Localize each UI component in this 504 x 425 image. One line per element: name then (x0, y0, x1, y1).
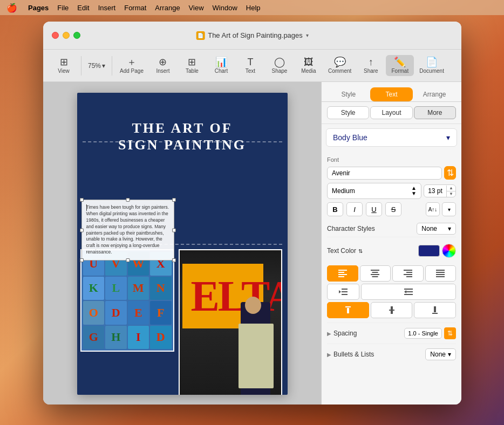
spacing-value: 1.0 - Single ⇅ (404, 327, 456, 339)
menu-help[interactable]: Help (246, 4, 261, 12)
resize-handle-tl[interactable] (80, 198, 84, 202)
tab-arrange[interactable]: Arrange (413, 87, 456, 101)
resize-handle-bm[interactable] (126, 258, 130, 262)
toolbar-insert[interactable]: ⊕ Insert (149, 55, 177, 76)
format-buttons-row: B I U S A↑↓ ▾ (327, 202, 456, 216)
svg-rect-24 (345, 306, 351, 307)
painter-head (245, 297, 261, 314)
menu-edit[interactable]: Edit (77, 4, 89, 12)
color-wheel-button[interactable] (442, 244, 456, 258)
bullets-dropdown[interactable]: None ▾ (425, 348, 456, 360)
toolbar-separator-1 (81, 56, 81, 76)
menu-arrange[interactable]: Arrange (155, 4, 180, 12)
align-left-button[interactable] (327, 265, 358, 282)
char-styles-value: None (421, 225, 437, 232)
char-styles-chevron-icon: ▾ (448, 225, 451, 232)
toolbar-shape[interactable]: ◯ Shape (265, 55, 294, 76)
size-decrease-button[interactable]: ▼ (447, 191, 455, 197)
subtab-more[interactable]: More (414, 106, 456, 119)
valign-middle-button[interactable] (371, 302, 413, 318)
zoom-control[interactable]: 75% ▾ (85, 60, 108, 72)
toolbar-add-page[interactable]: ＋ Add Page (115, 55, 148, 76)
view-icon: ⊞ (60, 57, 68, 67)
resize-handle-bl[interactable] (80, 258, 84, 262)
title-chevron-icon[interactable]: ▾ (306, 32, 309, 38)
spacing-row[interactable]: ▶ Spacing 1.0 - Single ⇅ (327, 323, 456, 344)
subtab-layout[interactable]: Layout (370, 106, 412, 119)
svg-rect-20 (404, 289, 413, 290)
valign-top-button[interactable] (327, 302, 369, 318)
font-selector[interactable]: Avenir (327, 167, 442, 180)
zoom-chevron-icon: ▾ (102, 62, 105, 70)
char-styles-dropdown[interactable]: None ▾ (417, 223, 456, 235)
style-dropdown-label: Body Blue (333, 133, 367, 142)
resize-handle-ml[interactable] (80, 228, 84, 232)
align-justify-button[interactable] (425, 265, 457, 282)
size-increase-button[interactable]: ▲ (447, 186, 455, 191)
document-label: Document (419, 68, 444, 74)
svg-marker-23 (404, 290, 406, 293)
italic-button[interactable]: I (346, 202, 363, 216)
dotted-line-top (83, 141, 282, 142)
font-size-row: Medium ▲▼ 13 pt ▲ ▼ (327, 183, 456, 199)
more-format-button[interactable]: ▾ (442, 202, 456, 216)
minimize-button[interactable] (63, 32, 70, 39)
bullets-row[interactable]: ▶ Bullets & Lists None ▾ (327, 344, 456, 365)
close-button[interactable] (52, 32, 59, 39)
align-right-button[interactable] (392, 265, 424, 282)
toolbar-chart[interactable]: 📊 Chart (207, 55, 235, 76)
menu-view[interactable]: View (189, 4, 204, 12)
font-size-stepper[interactable]: 13 pt ▲ ▼ (424, 184, 456, 197)
subtab-style[interactable]: Style (327, 106, 369, 119)
toolbar-media[interactable]: 🖼 Media (295, 55, 323, 76)
menu-file[interactable]: File (57, 4, 69, 12)
font-arrow-button[interactable]: ⇅ (444, 166, 456, 180)
toolbar-text[interactable]: T Text (236, 55, 264, 76)
baseline-button[interactable]: A↑↓ (426, 202, 440, 216)
strikethrough-button[interactable]: S (385, 202, 401, 216)
tab-style[interactable]: Style (327, 87, 370, 101)
svg-rect-26 (389, 310, 394, 311)
toolbar-format[interactable]: ✏️ Format (386, 55, 414, 76)
font-name: Avenir (332, 169, 350, 177)
text-color-swatch[interactable] (418, 245, 440, 257)
menu-format[interactable]: Format (124, 4, 146, 12)
document-toolbar-icon: 📄 (426, 57, 438, 67)
text-color-expand-icon: ⇅ (358, 248, 363, 254)
spacing-dropdown[interactable]: 1.0 - Single (404, 328, 442, 339)
svg-rect-13 (436, 272, 445, 273)
toolbar-comment[interactable]: 💬 Comment (324, 55, 356, 76)
toolbar-share[interactable]: ↑ Share (357, 55, 385, 76)
svg-rect-28 (391, 311, 393, 314)
maximize-button[interactable] (73, 32, 80, 39)
toolbar-table[interactable]: ⊞ Table (178, 55, 206, 76)
menu-insert[interactable]: Insert (98, 4, 116, 12)
app-menu[interactable]: Pages (28, 4, 49, 12)
spacing-label: ▶ Spacing (327, 330, 357, 337)
svg-rect-0 (338, 270, 347, 271)
resize-handle-mr[interactable] (172, 228, 176, 232)
menu-window[interactable]: Window (213, 4, 237, 12)
valign-middle-icon (388, 306, 396, 314)
style-dropdown-chevron-icon: ▾ (446, 133, 450, 142)
toolbar-view[interactable]: ⊞ View (50, 55, 78, 76)
indent-button[interactable] (361, 284, 456, 300)
bold-button[interactable]: B (327, 202, 343, 216)
resize-handle-tr[interactable] (172, 198, 176, 202)
toolbar-document[interactable]: 📄 Document (415, 55, 448, 76)
spacing-stepper-button[interactable]: ⇅ (444, 327, 456, 339)
apple-menu[interactable]: 🍎 (6, 3, 17, 13)
text-box[interactable]: Times have been tough for sign painters.… (81, 200, 174, 261)
title-line1: The Art of (93, 120, 271, 136)
sub-tabs: Style Layout More (322, 102, 461, 124)
align-center-button[interactable] (360, 265, 391, 282)
valign-bottom-button[interactable] (414, 302, 456, 318)
resize-handle-tm[interactable] (126, 198, 130, 202)
underline-button[interactable]: U (366, 202, 382, 216)
weight-selector[interactable]: Medium ▲▼ (327, 183, 421, 199)
outdent-button[interactable] (327, 284, 359, 300)
panel-tabs: Style Text Arrange (322, 82, 461, 102)
tab-text[interactable]: Text (370, 87, 413, 101)
style-dropdown[interactable]: Body Blue ▾ (326, 128, 457, 147)
resize-handle-br[interactable] (172, 258, 176, 262)
